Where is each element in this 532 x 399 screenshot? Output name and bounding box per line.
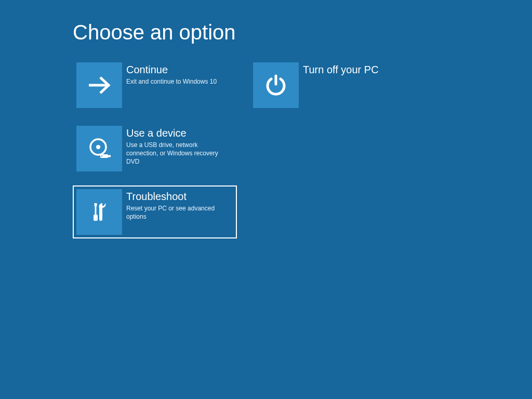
option-use-device-title: Use a device bbox=[126, 127, 231, 139]
option-turn-off-title: Turn off your PC bbox=[303, 63, 379, 76]
option-continue-title: Continue bbox=[126, 63, 217, 76]
svg-rect-4 bbox=[108, 155, 111, 157]
option-continue-desc: Exit and continue to Windows 10 bbox=[126, 77, 217, 86]
arrow-right-icon bbox=[76, 62, 122, 108]
page-title: Choose an option bbox=[73, 21, 532, 44]
options-column-right: Turn off your PC bbox=[249, 59, 414, 238]
tools-icon bbox=[76, 189, 122, 235]
svg-rect-7 bbox=[95, 206, 97, 215]
disc-usb-icon bbox=[76, 126, 122, 171]
option-use-device-desc: Use a USB drive, network connection, or … bbox=[126, 141, 231, 166]
option-turn-off[interactable]: Turn off your PC bbox=[249, 59, 414, 112]
svg-rect-5 bbox=[101, 156, 102, 157]
option-troubleshoot-title: Troubleshoot bbox=[126, 190, 231, 203]
svg-point-2 bbox=[96, 145, 100, 149]
options-grid: Continue Exit and continue to Windows 10 bbox=[73, 59, 532, 238]
option-troubleshoot-desc: Reset your PC or see advanced options bbox=[126, 204, 231, 221]
svg-rect-8 bbox=[94, 215, 98, 221]
option-troubleshoot[interactable]: Troubleshoot Reset your PC or see advanc… bbox=[73, 185, 237, 238]
power-icon bbox=[253, 62, 299, 108]
options-column-left: Continue Exit and continue to Windows 10 bbox=[73, 59, 237, 238]
option-use-device[interactable]: Use a device Use a USB drive, network co… bbox=[73, 122, 237, 175]
svg-rect-6 bbox=[95, 203, 97, 206]
option-continue[interactable]: Continue Exit and continue to Windows 10 bbox=[73, 59, 237, 112]
